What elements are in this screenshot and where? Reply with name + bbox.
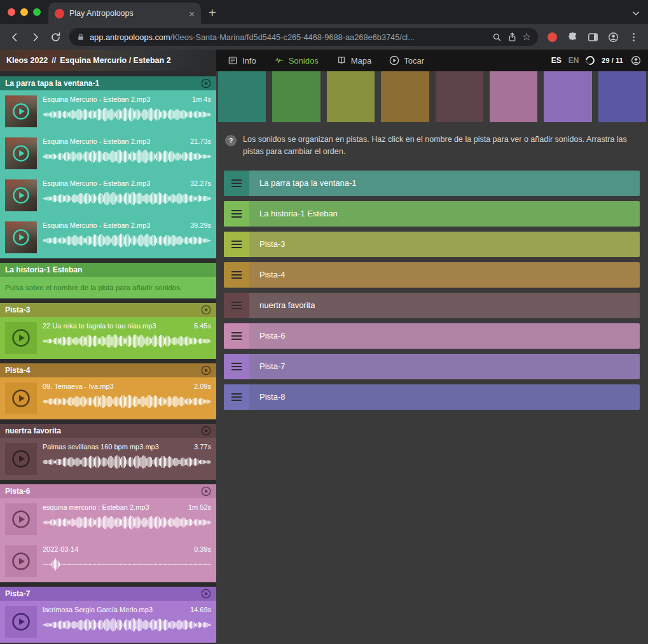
drag-handle-icon[interactable] <box>224 293 249 318</box>
tab-search-chevron-icon[interactable] <box>630 8 642 19</box>
breadcrumb[interactable]: Kleos 2022 // Esquina Mercurio / Esteban… <box>0 50 216 71</box>
audio-clip[interactable]: lacrimosa Sergio García Merlo.mp314.69s <box>0 601 216 643</box>
drag-handle-icon[interactable] <box>224 201 249 227</box>
audio-clip[interactable]: esquina mercurio : Esteban 2.mp31m 52s <box>0 498 216 540</box>
close-window-button[interactable] <box>8 8 15 16</box>
audio-clip[interactable]: Esquina Mercurio - Esteban 2.mp321.73s <box>0 132 216 174</box>
zoom-window-button[interactable] <box>33 8 41 16</box>
clip-thumbnail[interactable] <box>5 221 37 253</box>
clip-duration: 0.39s <box>194 545 211 553</box>
track-play-icon[interactable] <box>201 78 211 88</box>
clip-thumbnail[interactable] <box>5 95 37 127</box>
back-icon[interactable] <box>5 27 24 46</box>
clip-play-button[interactable] <box>5 382 37 414</box>
clip-thumbnail[interactable] <box>5 137 37 169</box>
track-header[interactable]: Pista-6 <box>0 484 216 498</box>
audio-clip[interactable]: Esquina Mercurio - Esteban 2.mp339.29s <box>0 216 216 258</box>
track-row[interactable]: Pista-6 <box>224 323 640 349</box>
address-bar[interactable]: app.antropoloops.com/Kleos-Santa-Marina/… <box>69 28 538 46</box>
audio-clip[interactable]: Esquina Mercurio - Esteban 2.mp31m 4s <box>0 90 216 132</box>
track-color-swatch[interactable] <box>436 71 483 122</box>
track-play-icon[interactable] <box>201 589 211 599</box>
close-tab-icon[interactable]: × <box>189 9 195 18</box>
track-row[interactable]: Pista-3 <box>224 232 640 257</box>
track-row[interactable]: La historia-1 Esteban <box>224 201 640 227</box>
user-account-icon[interactable] <box>630 55 642 66</box>
track-header[interactable]: La historia-1 Esteban <box>0 263 216 277</box>
waveform <box>43 148 211 165</box>
browser-window: Play Antropoloops × + app.antropoloops.c… <box>0 0 648 644</box>
audio-clip[interactable]: 2022-03-140.39s <box>0 540 216 582</box>
lock-icon[interactable] <box>76 32 85 41</box>
reload-icon[interactable] <box>46 27 65 46</box>
help-note: ? Los sonidos se organizan en pistas. Ha… <box>225 134 630 158</box>
track-row[interactable]: nuertra favorita <box>224 293 640 318</box>
track-header[interactable]: nuertra favorita <box>0 424 216 438</box>
track-header[interactable]: Pista-3 <box>0 303 216 317</box>
sidebar-track-6: Pista-6 esquina mercurio : Esteban 2.mp3… <box>0 484 216 582</box>
url-text[interactable]: app.antropoloops.com/Kleos-Santa-Marina/… <box>90 32 487 42</box>
track-color-swatch[interactable] <box>272 71 320 122</box>
clip-play-button[interactable] <box>5 503 37 535</box>
track-color-swatch[interactable] <box>598 71 646 122</box>
tab-mapa[interactable]: Mapa <box>336 55 372 66</box>
track-row[interactable]: La parra tapa la ventana-1 <box>224 171 640 196</box>
track-color-swatch[interactable] <box>381 71 429 122</box>
browser-tab[interactable]: Play Antropoloops × <box>48 3 201 24</box>
track-play-icon[interactable] <box>201 305 211 315</box>
extensions-puzzle-icon[interactable] <box>563 27 582 46</box>
audio-clip[interactable]: 09. Temaeva - Iva.mp32.09s <box>0 377 216 419</box>
recorder-extension-icon[interactable] <box>542 27 562 46</box>
language-es-button[interactable]: ES <box>551 56 562 65</box>
clip-play-button[interactable] <box>5 443 37 475</box>
track-row[interactable]: Pista-8 <box>224 384 640 410</box>
breadcrumb-title: Esquina Mercurio / Esteban 2 <box>60 56 170 65</box>
clip-play-button[interactable] <box>5 606 37 638</box>
clip-duration: 21.73s <box>190 137 211 145</box>
audio-clip[interactable]: Esquina Mercurio - Esteban 2.mp332.27s <box>0 174 216 216</box>
browser-menu-kebab-icon[interactable] <box>624 27 643 46</box>
drag-handle-icon[interactable] <box>224 232 249 257</box>
language-en-button[interactable]: EN <box>569 56 579 65</box>
clip-duration: 2.09s <box>194 382 211 390</box>
forward-icon[interactable] <box>25 27 45 46</box>
bookmark-star-icon[interactable]: ☆ <box>522 32 531 42</box>
track-color-swatch[interactable] <box>218 71 266 122</box>
track-play-icon[interactable] <box>201 365 211 375</box>
share-icon[interactable] <box>507 32 518 43</box>
breadcrumb-project: Kleos 2022 <box>6 56 48 65</box>
clip-play-button[interactable] <box>5 545 37 577</box>
drag-handle-icon[interactable] <box>224 323 249 349</box>
track-color-swatch[interactable] <box>327 71 375 122</box>
new-tab-button[interactable]: + <box>209 6 216 19</box>
minimize-window-button[interactable] <box>20 8 28 16</box>
drag-handle-icon[interactable] <box>224 171 249 196</box>
tab-info[interactable]: Info <box>228 55 256 66</box>
sidebar-track-1: La parra tapa la ventana-1 Esquina Mercu… <box>0 76 216 258</box>
tab-sonidos[interactable]: Sonidos <box>274 55 319 66</box>
track-color-swatch[interactable] <box>490 71 537 122</box>
tab-tocar[interactable]: Tocar <box>389 55 424 66</box>
audio-clip[interactable]: 22 Ua reka te tagnia to rau niau.mp35.45… <box>0 317 216 359</box>
browser-profile-avatar[interactable] <box>603 27 623 46</box>
track-header[interactable]: Pista-4 <box>0 363 216 377</box>
track-row[interactable]: Pista-7 <box>224 354 640 379</box>
track-play-icon[interactable] <box>201 426 211 436</box>
drag-handle-icon[interactable] <box>224 384 249 410</box>
track-color-strip <box>216 71 648 122</box>
track-row[interactable]: Pista-4 <box>224 262 640 288</box>
load-counter: 29 / 11 <box>602 57 623 64</box>
zoom-icon[interactable] <box>492 32 502 43</box>
drag-handle-icon[interactable] <box>224 262 249 288</box>
clip-thumbnail[interactable] <box>5 179 37 211</box>
map-icon <box>336 55 347 66</box>
track-play-icon[interactable] <box>201 486 211 496</box>
side-panel-icon[interactable] <box>583 27 602 46</box>
clip-title: 09. Temaeva - Iva.mp3 <box>43 382 114 390</box>
track-color-swatch[interactable] <box>544 71 591 122</box>
track-header[interactable]: La parra tapa la ventana-1 <box>0 76 216 90</box>
clip-play-button[interactable] <box>5 322 37 354</box>
drag-handle-icon[interactable] <box>224 354 249 379</box>
track-header[interactable]: Pista-7 <box>0 587 216 601</box>
audio-clip[interactable]: Palmas sevillanas 160 bpm mp3.mp33.77s <box>0 438 216 480</box>
